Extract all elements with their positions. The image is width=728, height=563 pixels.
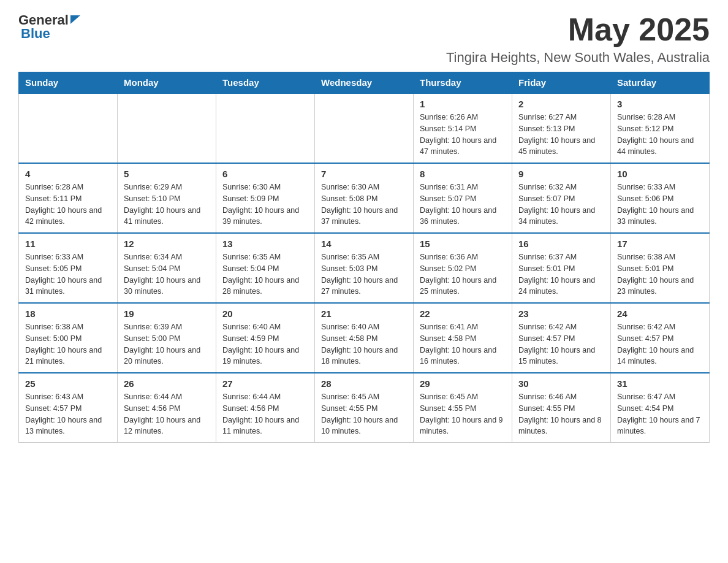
calendar-cell: 28Sunrise: 6:45 AM Sunset: 4:55 PM Dayli… <box>315 373 414 443</box>
day-number: 10 <box>617 169 703 179</box>
day-info: Sunrise: 6:35 AM Sunset: 5:04 PM Dayligh… <box>222 251 308 297</box>
day-info: Sunrise: 6:38 AM Sunset: 5:01 PM Dayligh… <box>617 251 703 297</box>
column-header-tuesday: Tuesday <box>216 72 315 94</box>
calendar-cell: 15Sunrise: 6:36 AM Sunset: 5:02 PM Dayli… <box>414 233 512 303</box>
day-info: Sunrise: 6:41 AM Sunset: 4:58 PM Dayligh… <box>420 321 506 367</box>
logo: General Blue <box>18 12 80 42</box>
calendar-cell: 26Sunrise: 6:44 AM Sunset: 4:56 PM Dayli… <box>118 373 216 443</box>
day-info: Sunrise: 6:33 AM Sunset: 5:05 PM Dayligh… <box>25 251 111 297</box>
month-year-title: May 2025 <box>446 12 710 47</box>
calendar-cell: 10Sunrise: 6:33 AM Sunset: 5:06 PM Dayli… <box>611 163 710 233</box>
calendar-cell: 14Sunrise: 6:35 AM Sunset: 5:03 PM Dayli… <box>315 233 414 303</box>
column-header-monday: Monday <box>118 72 216 94</box>
calendar-cell <box>315 93 414 163</box>
column-header-wednesday: Wednesday <box>315 72 414 94</box>
day-info: Sunrise: 6:47 AM Sunset: 4:54 PM Dayligh… <box>617 391 703 437</box>
calendar-cell: 21Sunrise: 6:40 AM Sunset: 4:58 PM Dayli… <box>315 303 414 373</box>
calendar-cell: 6Sunrise: 6:30 AM Sunset: 5:09 PM Daylig… <box>216 163 315 233</box>
day-number: 7 <box>321 169 407 179</box>
day-info: Sunrise: 6:44 AM Sunset: 4:56 PM Dayligh… <box>222 391 308 437</box>
calendar-cell: 8Sunrise: 6:31 AM Sunset: 5:07 PM Daylig… <box>414 163 512 233</box>
day-info: Sunrise: 6:28 AM Sunset: 5:12 PM Dayligh… <box>617 112 703 158</box>
calendar-cell: 25Sunrise: 6:43 AM Sunset: 4:57 PM Dayli… <box>19 373 118 443</box>
calendar-cell: 12Sunrise: 6:34 AM Sunset: 5:04 PM Dayli… <box>118 233 216 303</box>
calendar-cell: 2Sunrise: 6:27 AM Sunset: 5:13 PM Daylig… <box>512 93 611 163</box>
day-number: 26 <box>124 378 210 389</box>
day-number: 11 <box>25 239 111 249</box>
day-number: 18 <box>25 308 111 319</box>
calendar-cell: 7Sunrise: 6:30 AM Sunset: 5:08 PM Daylig… <box>315 163 414 233</box>
calendar-cell: 22Sunrise: 6:41 AM Sunset: 4:58 PM Dayli… <box>414 303 512 373</box>
day-number: 30 <box>518 378 604 389</box>
day-info: Sunrise: 6:28 AM Sunset: 5:11 PM Dayligh… <box>25 182 111 228</box>
location-subtitle: Tingira Heights, New South Wales, Austra… <box>446 50 710 66</box>
calendar-cell <box>118 93 216 163</box>
calendar-table: SundayMondayTuesdayWednesdayThursdayFrid… <box>18 72 710 443</box>
calendar-cell: 13Sunrise: 6:35 AM Sunset: 5:04 PM Dayli… <box>216 233 315 303</box>
day-number: 1 <box>420 99 506 109</box>
day-number: 19 <box>124 308 210 319</box>
day-info: Sunrise: 6:37 AM Sunset: 5:01 PM Dayligh… <box>518 251 604 297</box>
day-number: 22 <box>420 308 506 319</box>
calendar-week-row: 11Sunrise: 6:33 AM Sunset: 5:05 PM Dayli… <box>19 233 710 303</box>
calendar-week-row: 1Sunrise: 6:26 AM Sunset: 5:14 PM Daylig… <box>19 93 710 163</box>
day-number: 21 <box>321 308 407 319</box>
day-info: Sunrise: 6:32 AM Sunset: 5:07 PM Dayligh… <box>518 182 604 228</box>
day-info: Sunrise: 6:42 AM Sunset: 4:57 PM Dayligh… <box>518 321 604 367</box>
day-number: 9 <box>518 169 604 179</box>
day-info: Sunrise: 6:40 AM Sunset: 4:59 PM Dayligh… <box>222 321 308 367</box>
day-number: 20 <box>222 308 308 319</box>
logo-blue: Blue <box>21 26 50 42</box>
calendar-week-row: 25Sunrise: 6:43 AM Sunset: 4:57 PM Dayli… <box>19 373 710 443</box>
day-number: 6 <box>222 169 308 179</box>
day-number: 14 <box>321 239 407 249</box>
calendar-cell: 18Sunrise: 6:38 AM Sunset: 5:00 PM Dayli… <box>19 303 118 373</box>
day-number: 24 <box>617 308 703 319</box>
day-info: Sunrise: 6:27 AM Sunset: 5:13 PM Dayligh… <box>518 112 604 158</box>
calendar-cell: 11Sunrise: 6:33 AM Sunset: 5:05 PM Dayli… <box>19 233 118 303</box>
calendar-cell: 9Sunrise: 6:32 AM Sunset: 5:07 PM Daylig… <box>512 163 611 233</box>
logo-triangle-icon <box>70 15 80 26</box>
calendar-header-row: SundayMondayTuesdayWednesdayThursdayFrid… <box>19 72 710 94</box>
calendar-week-row: 18Sunrise: 6:38 AM Sunset: 5:00 PM Dayli… <box>19 303 710 373</box>
day-number: 23 <box>518 308 604 319</box>
page-header: General Blue May 2025 Tingira Heights, N… <box>18 12 710 66</box>
calendar-cell: 30Sunrise: 6:46 AM Sunset: 4:55 PM Dayli… <box>512 373 611 443</box>
day-number: 15 <box>420 239 506 249</box>
column-header-thursday: Thursday <box>414 72 512 94</box>
day-info: Sunrise: 6:34 AM Sunset: 5:04 PM Dayligh… <box>124 251 210 297</box>
calendar-cell: 31Sunrise: 6:47 AM Sunset: 4:54 PM Dayli… <box>611 373 710 443</box>
day-info: Sunrise: 6:29 AM Sunset: 5:10 PM Dayligh… <box>124 182 210 228</box>
title-area: May 2025 Tingira Heights, New South Wale… <box>446 12 710 66</box>
day-info: Sunrise: 6:31 AM Sunset: 5:07 PM Dayligh… <box>420 182 506 228</box>
day-info: Sunrise: 6:30 AM Sunset: 5:08 PM Dayligh… <box>321 182 407 228</box>
day-info: Sunrise: 6:39 AM Sunset: 5:00 PM Dayligh… <box>124 321 210 367</box>
day-number: 3 <box>617 99 703 109</box>
calendar-cell: 1Sunrise: 6:26 AM Sunset: 5:14 PM Daylig… <box>414 93 512 163</box>
day-info: Sunrise: 6:44 AM Sunset: 4:56 PM Dayligh… <box>124 391 210 437</box>
day-info: Sunrise: 6:45 AM Sunset: 4:55 PM Dayligh… <box>420 391 506 437</box>
calendar-cell: 3Sunrise: 6:28 AM Sunset: 5:12 PM Daylig… <box>611 93 710 163</box>
day-number: 16 <box>518 239 604 249</box>
day-number: 29 <box>420 378 506 389</box>
calendar-cell: 23Sunrise: 6:42 AM Sunset: 4:57 PM Dayli… <box>512 303 611 373</box>
column-header-sunday: Sunday <box>19 72 118 94</box>
day-number: 4 <box>25 169 111 179</box>
day-info: Sunrise: 6:45 AM Sunset: 4:55 PM Dayligh… <box>321 391 407 437</box>
calendar-cell: 20Sunrise: 6:40 AM Sunset: 4:59 PM Dayli… <box>216 303 315 373</box>
day-info: Sunrise: 6:42 AM Sunset: 4:57 PM Dayligh… <box>617 321 703 367</box>
calendar-cell: 16Sunrise: 6:37 AM Sunset: 5:01 PM Dayli… <box>512 233 611 303</box>
day-number: 12 <box>124 239 210 249</box>
day-info: Sunrise: 6:46 AM Sunset: 4:55 PM Dayligh… <box>518 391 604 437</box>
calendar-cell: 5Sunrise: 6:29 AM Sunset: 5:10 PM Daylig… <box>118 163 216 233</box>
day-number: 25 <box>25 378 111 389</box>
day-info: Sunrise: 6:36 AM Sunset: 5:02 PM Dayligh… <box>420 251 506 297</box>
day-number: 31 <box>617 378 703 389</box>
day-number: 17 <box>617 239 703 249</box>
calendar-cell: 29Sunrise: 6:45 AM Sunset: 4:55 PM Dayli… <box>414 373 512 443</box>
calendar-cell: 17Sunrise: 6:38 AM Sunset: 5:01 PM Dayli… <box>611 233 710 303</box>
day-info: Sunrise: 6:40 AM Sunset: 4:58 PM Dayligh… <box>321 321 407 367</box>
day-number: 28 <box>321 378 407 389</box>
day-number: 27 <box>222 378 308 389</box>
calendar-cell <box>216 93 315 163</box>
